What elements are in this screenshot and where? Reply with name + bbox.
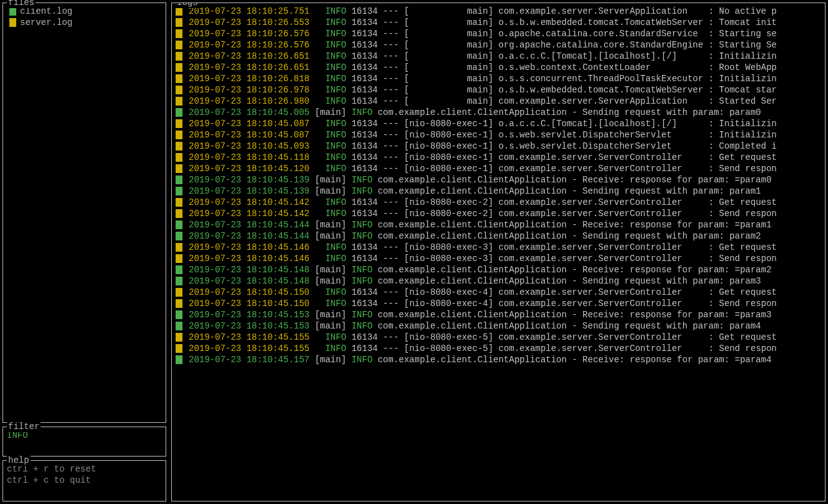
- log-logger: com.example.server.ServerController: [499, 197, 709, 208]
- log-source-swatch: [176, 333, 182, 342]
- log-pid: 16134 ---: [346, 118, 404, 129]
- log-row[interactable]: 2019-07-23 18:10:45.087 INFO 16134 --- […: [176, 118, 821, 129]
- log-row[interactable]: 2019-07-23 18:10:26.651 INFO 16134 --- […: [176, 51, 821, 62]
- log-lines[interactable]: 2019-07-23 18:10:25.751 INFO 16134 --- […: [176, 6, 821, 365]
- log-level: INFO: [325, 6, 346, 17]
- log-thread: [ main]: [404, 62, 498, 73]
- log-timestamp: 2019-07-23 18:10:45.146: [189, 242, 309, 253]
- log-level: INFO: [325, 163, 346, 174]
- log-level: INFO: [351, 309, 372, 320]
- log-pid: 16134 ---: [346, 6, 404, 17]
- log-row[interactable]: 2019-07-23 18:10:45.146 INFO 16134 --- […: [176, 253, 821, 264]
- log-thread: [ main]: [404, 96, 498, 107]
- files-panel: files client.logserver.log: [2, 2, 166, 423]
- log-message: : Get request: [709, 242, 777, 253]
- log-row[interactable]: 2019-07-23 18:10:26.553 INFO 16134 --- […: [176, 17, 821, 28]
- log-row[interactable]: 2019-07-23 18:10:45.139 [main] INFO com.…: [176, 174, 821, 185]
- log-row[interactable]: 2019-07-23 18:10:45.155 INFO 16134 --- […: [176, 343, 821, 354]
- log-row[interactable]: 2019-07-23 18:10:45.146 INFO 16134 --- […: [176, 242, 821, 253]
- log-source-swatch: [176, 254, 182, 263]
- log-row[interactable]: 2019-07-23 18:10:45.155 INFO 16134 --- […: [176, 332, 821, 343]
- log-timestamp: 2019-07-23 18:10:26.553: [189, 17, 309, 28]
- log-source-swatch: [176, 108, 182, 117]
- log-row[interactable]: 2019-07-23 18:10:26.576 INFO 16134 --- […: [176, 28, 821, 39]
- log-source-swatch: [176, 63, 182, 72]
- log-timestamp: 2019-07-23 18:10:26.576: [189, 39, 309, 51]
- log-row[interactable]: 2019-07-23 18:10:45.142 INFO 16134 --- […: [176, 208, 821, 219]
- log-row[interactable]: 2019-07-23 18:10:45.153 [main] INFO com.…: [176, 309, 821, 320]
- log-row[interactable]: 2019-07-23 18:10:45.118 INFO 16134 --- […: [176, 152, 821, 163]
- log-row[interactable]: 2019-07-23 18:10:45.144 [main] INFO com.…: [176, 219, 821, 230]
- log-row[interactable]: 2019-07-23 18:10:45.150 INFO 16134 --- […: [176, 287, 821, 298]
- log-logger: o.apache.catalina.core.StandardService: [499, 28, 709, 39]
- log-level: INFO: [325, 62, 346, 73]
- log-row[interactable]: 2019-07-23 18:10:45.150 INFO 16134 --- […: [176, 298, 821, 309]
- log-level: INFO: [325, 332, 346, 343]
- log-timestamp: 2019-07-23 18:10:45.144: [189, 230, 315, 242]
- log-level: INFO: [351, 275, 372, 287]
- log-row[interactable]: 2019-07-23 18:10:26.978 INFO 16134 --- […: [176, 84, 821, 96]
- log-level: INFO: [325, 298, 346, 309]
- log-source-swatch: [176, 198, 182, 207]
- log-thread: [main]: [315, 354, 352, 365]
- log-pid: 16134 ---: [346, 84, 404, 96]
- log-timestamp: 2019-07-23 18:10:45.148: [189, 264, 315, 275]
- log-logger: com.example.server.ServerController: [499, 332, 709, 343]
- log-source-swatch: [176, 220, 182, 229]
- log-row[interactable]: 2019-07-23 18:10:45.148 [main] INFO com.…: [176, 264, 821, 275]
- file-item[interactable]: server.log: [7, 17, 162, 28]
- log-row[interactable]: 2019-07-23 18:10:45.093 INFO 16134 --- […: [176, 141, 821, 152]
- log-row[interactable]: 2019-07-23 18:10:26.651 INFO 16134 --- […: [176, 62, 821, 73]
- log-timestamp: 2019-07-23 18:10:45.139: [189, 185, 315, 197]
- log-pid: 16134 ---: [346, 28, 404, 39]
- log-thread: [nio-8080-exec-4]: [404, 298, 498, 309]
- log-source-swatch: [176, 299, 182, 308]
- log-row[interactable]: 2019-07-23 18:10:45.148 [main] INFO com.…: [176, 275, 821, 287]
- log-level: INFO: [325, 129, 346, 141]
- log-row[interactable]: 2019-07-23 18:10:45.144 [main] INFO com.…: [176, 230, 821, 242]
- log-timestamp: 2019-07-23 18:10:45.118: [189, 152, 309, 163]
- file-name: server.log: [20, 17, 72, 28]
- log-timestamp: 2019-07-23 18:10:45.087: [189, 129, 309, 141]
- log-row[interactable]: 2019-07-23 18:10:45.120 INFO 16134 --- […: [176, 163, 821, 174]
- log-message: : Get request: [709, 332, 777, 343]
- log-row[interactable]: 2019-07-23 18:10:45.157 [main] INFO com.…: [176, 354, 821, 365]
- log-logger: org.apache.catalina.core.StandardEngine: [499, 39, 709, 51]
- log-row[interactable]: 2019-07-23 18:10:26.818 INFO 16134 --- […: [176, 73, 821, 84]
- log-row[interactable]: 2019-07-23 18:10:45.139 [main] INFO com.…: [176, 185, 821, 197]
- log-message: com.example.client.ClientApplication - S…: [372, 230, 761, 242]
- log-row[interactable]: 2019-07-23 18:10:45.142 INFO 16134 --- […: [176, 197, 821, 208]
- log-message: : Completed i: [709, 141, 777, 152]
- log-pid: 16134 ---: [346, 197, 404, 208]
- log-logger: com.example.server.ServerController: [499, 242, 709, 253]
- log-thread: [main]: [315, 264, 352, 275]
- log-message: com.example.client.ClientApplication - R…: [372, 219, 772, 230]
- log-pid: 16134 ---: [346, 163, 404, 174]
- log-level: INFO: [325, 253, 346, 264]
- log-level: INFO: [325, 51, 346, 62]
- log-timestamp: 2019-07-23 18:10:45.087: [189, 118, 309, 129]
- log-timestamp: 2019-07-23 18:10:26.818: [189, 73, 309, 84]
- log-row[interactable]: 2019-07-23 18:10:26.576 INFO 16134 --- […: [176, 39, 821, 51]
- log-pid: 16134 ---: [346, 96, 404, 107]
- log-message: com.example.client.ClientApplication - S…: [372, 275, 761, 287]
- log-row[interactable]: 2019-07-23 18:10:26.980 INFO 16134 --- […: [176, 96, 821, 107]
- log-row[interactable]: 2019-07-23 18:10:45.087 INFO 16134 --- […: [176, 129, 821, 141]
- log-timestamp: 2019-07-23 18:10:45.157: [189, 354, 315, 365]
- log-source-swatch: [176, 277, 182, 285]
- log-pid: 16134 ---: [346, 343, 404, 354]
- log-thread: [ main]: [404, 73, 498, 84]
- log-logger: o.a.c.c.C.[Tomcat].[localhost].[/]: [499, 118, 709, 129]
- log-row[interactable]: 2019-07-23 18:10:45.153 [main] INFO com.…: [176, 320, 821, 332]
- log-row[interactable]: 2019-07-23 18:10:25.751 INFO 16134 --- […: [176, 6, 821, 17]
- log-pid: 16134 ---: [346, 332, 404, 343]
- log-logger: com.example.server.ServerApplication: [499, 96, 709, 107]
- log-timestamp: 2019-07-23 18:10:45.144: [189, 219, 315, 230]
- log-row[interactable]: 2019-07-23 18:10:45.005 [main] INFO com.…: [176, 107, 821, 118]
- log-message: : Tomcat init: [709, 17, 777, 28]
- log-message: : Initializin: [709, 118, 777, 129]
- file-color-swatch: [9, 18, 16, 27]
- log-logger: o.a.c.c.C.[Tomcat].[localhost].[/]: [499, 51, 709, 62]
- log-level: INFO: [325, 118, 346, 129]
- log-message: : Initializin: [709, 73, 777, 84]
